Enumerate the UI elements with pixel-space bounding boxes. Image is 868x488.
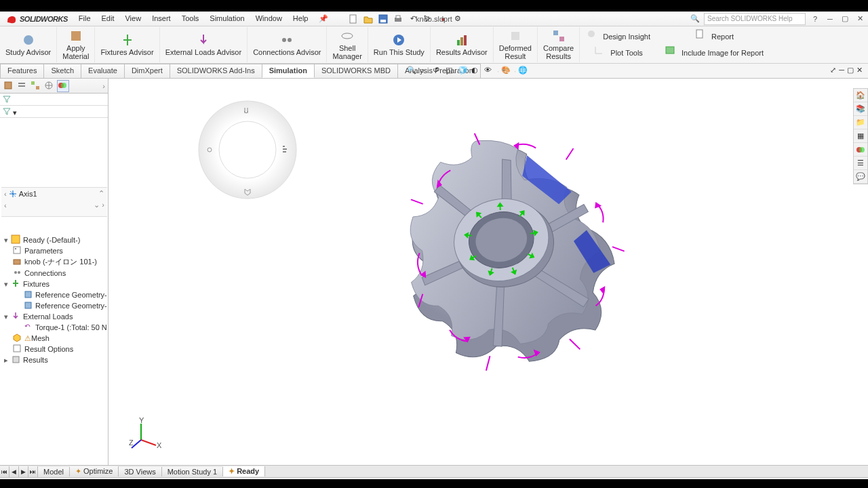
shell-manager-button[interactable]: Shell Manager bbox=[327, 27, 368, 62]
config-mgr-icon[interactable] bbox=[30, 80, 42, 92]
new-doc-icon[interactable] bbox=[347, 13, 359, 25]
node-study[interactable]: ▾Ready (-Default-) bbox=[3, 235, 106, 245]
apply-scene-icon[interactable]: 🌐 bbox=[518, 66, 529, 77]
3d-model-knob[interactable] bbox=[387, 113, 631, 397]
node-result-options[interactable]: Result Options bbox=[3, 344, 106, 354]
tab-next-icon[interactable]: ▶ bbox=[19, 466, 28, 477]
property-mgr-icon[interactable] bbox=[16, 80, 28, 92]
svg-rect-29 bbox=[14, 247, 20, 253]
open-icon[interactable] bbox=[362, 13, 374, 25]
menu-simulation[interactable]: Simulation bbox=[204, 12, 250, 25]
svg-rect-35 bbox=[25, 302, 31, 308]
tab-evaluate[interactable]: Evaluate bbox=[81, 64, 125, 78]
breadcrumb-axis[interactable]: Axis1 bbox=[19, 190, 37, 198]
view-wheel[interactable] bbox=[193, 96, 302, 204]
node-mesh[interactable]: ⚠ Mesh bbox=[3, 333, 106, 344]
doc-goto-icon[interactable]: ⤢ bbox=[830, 66, 836, 75]
node-torque[interactable]: Torque-1 (:Total: 50 N.m:) bbox=[3, 322, 106, 333]
save-icon[interactable] bbox=[377, 13, 389, 25]
node-connections[interactable]: Connections bbox=[3, 268, 106, 279]
node-ref1[interactable]: Reference Geometry-1 (:0 bbox=[3, 289, 106, 300]
node-results[interactable]: ▸Results bbox=[3, 354, 106, 365]
close-icon[interactable]: ✕ bbox=[854, 14, 865, 24]
results-advisor-button[interactable]: Results Advisor bbox=[431, 27, 494, 62]
dimxpert-mgr-icon[interactable] bbox=[43, 80, 56, 92]
menu-insert[interactable]: Insert bbox=[146, 12, 176, 25]
custom-props-icon[interactable]: ☰ bbox=[854, 157, 867, 170]
fixtures-advisor-button[interactable]: Fixtures Advisor bbox=[95, 27, 159, 62]
file-explorer-icon[interactable]: 📁 bbox=[854, 116, 867, 129]
btab-optimize[interactable]: ✦ Optimize bbox=[70, 466, 119, 476]
hide-show-icon[interactable]: 👁 bbox=[484, 66, 495, 77]
tab-prev-icon[interactable]: ◀ bbox=[9, 466, 19, 477]
title-bar: SOLIDWORKS File Edit View Insert Tools S… bbox=[0, 12, 868, 26]
display-mgr-icon[interactable] bbox=[57, 80, 69, 92]
apply-material-button[interactable]: Apply Material bbox=[57, 27, 95, 62]
display-style-icon[interactable]: ◐ bbox=[471, 66, 482, 77]
resources-icon[interactable]: 🏠 bbox=[854, 89, 867, 102]
sim-filter-bar[interactable]: ▾ bbox=[0, 106, 108, 118]
filter-bar[interactable] bbox=[0, 94, 108, 106]
connections-advisor-button[interactable]: Connections Advisor bbox=[248, 27, 327, 62]
section-icon[interactable]: ◫ bbox=[446, 66, 456, 77]
menu-pin-icon[interactable]: 📌 bbox=[313, 12, 334, 25]
forum-icon[interactable]: 💬 bbox=[854, 170, 867, 184]
tab-addins[interactable]: SOLIDWORKS Add-Ins bbox=[170, 64, 262, 78]
search-icon[interactable]: 🔍 bbox=[690, 14, 700, 23]
zoom-area-icon[interactable]: ⌕ bbox=[420, 66, 431, 77]
external-loads-advisor-button[interactable]: External Loads Advisor bbox=[160, 27, 248, 62]
svg-line-61 bbox=[564, 148, 576, 160]
tab-features[interactable]: Features bbox=[0, 64, 44, 78]
document-title: knob.sldprt bbox=[416, 15, 452, 23]
menu-file[interactable]: File bbox=[73, 12, 96, 25]
svg-rect-21 bbox=[18, 83, 25, 84]
tab-simulation[interactable]: Simulation bbox=[262, 64, 315, 78]
help-icon[interactable]: ? bbox=[810, 14, 821, 24]
menu-help[interactable]: Help bbox=[288, 12, 314, 25]
btab-ready[interactable]: ✦ Ready bbox=[223, 466, 265, 476]
tab-first-icon[interactable]: ⏮ bbox=[0, 466, 9, 477]
report-button[interactable]: Report bbox=[661, 28, 768, 45]
node-fixtures[interactable]: ▾Fixtures bbox=[3, 279, 106, 289]
btab-model[interactable]: Model bbox=[38, 467, 70, 476]
menu-edit[interactable]: Edit bbox=[96, 12, 120, 25]
node-ref2[interactable]: Reference Geometry-2 (:0 bbox=[3, 300, 106, 311]
restore-icon[interactable]: ▢ bbox=[840, 14, 850, 24]
options-icon[interactable]: ⚙ bbox=[452, 13, 464, 25]
search-input[interactable]: Search SOLIDWORKS Help bbox=[704, 13, 806, 25]
tab-sketch[interactable]: Sketch bbox=[43, 64, 81, 78]
doc-min-icon[interactable]: ─ bbox=[839, 66, 844, 75]
minimize-icon[interactable]: ─ bbox=[825, 14, 835, 24]
feature-tree-icon[interactable] bbox=[3, 80, 15, 92]
zoom-fit-icon[interactable]: 🔍 bbox=[407, 66, 418, 77]
doc-close-icon[interactable]: ✕ bbox=[856, 66, 863, 75]
expand-panel-icon[interactable]: › bbox=[102, 82, 105, 90]
node-parameters[interactable]: Parameters bbox=[3, 245, 106, 256]
menu-tools[interactable]: Tools bbox=[176, 12, 205, 25]
doc-max-icon[interactable]: ▢ bbox=[847, 66, 854, 75]
tab-dimxpert[interactable]: DimXpert bbox=[124, 64, 170, 78]
svg-rect-28 bbox=[12, 235, 20, 243]
view-orient-icon[interactable]: 🧊 bbox=[458, 66, 469, 77]
tab-mbd[interactable]: SOLIDWORKS MBD bbox=[314, 64, 398, 78]
orientation-triad[interactable]: Y X Z bbox=[129, 418, 163, 452]
node-part[interactable]: knob (-ナイロン 101-) bbox=[3, 256, 106, 268]
run-study-button[interactable]: Run This Study bbox=[368, 27, 431, 62]
menu-window[interactable]: Window bbox=[250, 12, 288, 25]
prev-view-icon[interactable]: ↺ bbox=[433, 66, 443, 77]
edit-appearance-icon[interactable]: 🎨 bbox=[501, 66, 512, 77]
tab-last-icon[interactable]: ⏭ bbox=[28, 466, 38, 477]
study-advisor-button[interactable]: Study Advisor bbox=[0, 27, 57, 62]
btab-3dviews[interactable]: 3D Views bbox=[119, 467, 161, 476]
appearances-icon[interactable] bbox=[854, 143, 867, 157]
print-icon[interactable] bbox=[392, 13, 404, 25]
design-lib-icon[interactable]: 📚 bbox=[854, 102, 867, 116]
view-palette-icon[interactable]: ▦ bbox=[854, 129, 867, 143]
compare-results-button[interactable]: Compare Results bbox=[538, 27, 580, 62]
3d-viewport[interactable]: Y X Z bbox=[108, 79, 868, 468]
menu-view[interactable]: View bbox=[119, 12, 146, 25]
svg-point-33 bbox=[18, 271, 20, 274]
btab-motion[interactable]: Motion Study 1 bbox=[162, 467, 223, 476]
node-loads[interactable]: ▾External Loads bbox=[3, 311, 106, 322]
include-image-button[interactable]: Include Image for Report bbox=[661, 45, 768, 61]
